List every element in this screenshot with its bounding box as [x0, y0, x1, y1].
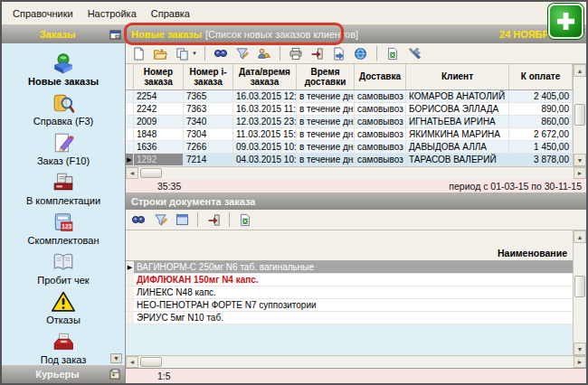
lines-section-title: Строки документа заказа — [131, 196, 255, 207]
excel-export-icon[interactable] — [384, 45, 401, 61]
order-row[interactable]: 2254 7365 16.03.2015 12:… в течение дня … — [126, 90, 573, 103]
sidebar-header: Заказы — [2, 25, 125, 43]
line-row-selected[interactable]: ▶ ВАГИНОРМ-С 250мг N6 таб. вагинальные — [126, 261, 573, 274]
line-row[interactable]: ДИФЛЮКАН 150мг N4 капс. — [126, 274, 573, 286]
main-panel: Новые заказы [Список новых заказов клиен… — [126, 25, 586, 383]
orders-horizontal-scrollbar[interactable]: ◄ ► — [126, 166, 586, 179]
sidebar-item-receipt[interactable]: Пробит чек — [37, 250, 89, 286]
scroll-down-icon[interactable]: ▼ — [574, 154, 586, 166]
new-orders-icon — [52, 52, 75, 75]
scroll-up-icon[interactable]: ▲ — [574, 64, 586, 77]
toolbar-separator — [376, 46, 377, 61]
row-indicator-header — [126, 64, 134, 89]
lines-grid: Наименование ▶ ВАГИНОРМ-С 250мг N6 таб. … — [126, 230, 586, 369]
copy-dropdown-caret-icon[interactable]: ▼ — [192, 51, 197, 56]
column-header-i-order-no[interactable]: Номер i-заказа — [184, 64, 233, 89]
scroll-thumb[interactable] — [140, 168, 162, 178]
sidebar-items: Новые заказы Справка (F3) — [2, 43, 125, 365]
sidebar-item-order-f10[interactable]: Заказ (F10) — [37, 131, 90, 166]
order-row[interactable]: 1636 7266 09.03.2015 10:… в течение дня … — [126, 141, 573, 154]
scroll-thumb[interactable] — [140, 357, 162, 367]
sidebar-item-rejections[interactable]: Отказы — [46, 290, 81, 325]
toolbar-separator — [280, 46, 280, 61]
sidebar-scroll-down-icon[interactable]: ▼ — [110, 353, 122, 363]
search-icon[interactable] — [130, 211, 147, 228]
new-document-icon[interactable] — [130, 45, 147, 61]
scroll-right-icon[interactable]: ► — [574, 356, 586, 368]
copy-icon[interactable] — [174, 45, 190, 61]
line-row[interactable]: ЛИНЕКС N48 капс. — [126, 286, 573, 299]
sidebar-item-in-assembly[interactable]: В комплектации — [26, 171, 100, 206]
lines-section-header: Строки документа заказа — [126, 193, 586, 210]
under-order-icon — [52, 330, 75, 353]
scroll-left-icon[interactable]: ◄ — [126, 167, 138, 179]
sidebar-item-label: В комплектации — [26, 195, 100, 206]
column-header-total[interactable]: К оплате — [509, 64, 573, 89]
order-row-selected[interactable]: ▶ 1292 7214 04.03.2015 10:… в течение дн… — [126, 154, 573, 166]
receipt-icon — [52, 250, 75, 274]
sidebar: Заказы Новые — [2, 25, 126, 383]
column-header-delivery-time[interactable]: Время доставки — [297, 64, 355, 89]
line-row[interactable]: ЭРИУС 5мг N10 таб. — [126, 312, 573, 324]
scroll-right-icon[interactable]: ► — [574, 167, 586, 179]
menu-bar: Справочники Настройка Справка — [2, 2, 586, 25]
report-icon[interactable] — [331, 45, 347, 61]
filter-icon[interactable] — [152, 211, 168, 228]
sidebar-footer-couriers[interactable]: Курьеры — [2, 365, 125, 383]
scroll-down-icon[interactable]: ▼ — [574, 343, 586, 355]
sidebar-item-under-order[interactable]: Под заказ — [41, 330, 87, 365]
panel-collapse-icon[interactable] — [109, 30, 121, 40]
order-row[interactable]: 2242 7363 16.03.2015 11:… в течение дня … — [126, 103, 573, 116]
sidebar-item-assembled[interactable]: 123 Скомплектован — [28, 211, 100, 246]
toolbar-separator — [204, 46, 205, 61]
scroll-up-icon[interactable]: ▲ — [574, 230, 586, 243]
line-row[interactable]: НЕО-ПЕНОТРАН ФОРТЕ N7 суппозитории — [126, 299, 573, 312]
scroll-thumb[interactable] — [574, 104, 585, 126]
sidebar-item-new-orders[interactable]: Новые заказы — [28, 52, 99, 87]
export-icon[interactable] — [309, 45, 326, 61]
lines-table-header: Наименование — [126, 230, 573, 261]
sidebar-item-label: Новые заказы — [28, 76, 99, 87]
open-icon[interactable] — [152, 45, 168, 61]
scroll-thumb[interactable] — [574, 276, 585, 297]
export-icon[interactable] — [205, 211, 222, 228]
filter-icon[interactable] — [234, 45, 251, 61]
orders-grid: Номер заказа Номер i-заказа Дата/время з… — [126, 64, 586, 179]
column-header-datetime[interactable]: Дата/время заказа — [233, 64, 297, 89]
view-subtitle: [Список новых заказов клиентов] — [205, 29, 358, 40]
orders-period-label: период с 01-03-15 по 30-11-15 — [449, 181, 582, 192]
order-row[interactable]: 2009 7340 12.03.2015 23:… в течение дня … — [126, 116, 573, 128]
lines-row-counter: 1:5 — [157, 371, 171, 381]
globe-icon[interactable] — [353, 45, 369, 61]
lines-horizontal-scrollbar[interactable]: ◄ ► — [126, 355, 586, 368]
couriers-icon — [109, 369, 121, 380]
selected-row-arrow-icon: ▶ — [128, 264, 132, 270]
column-header-order-no[interactable]: Номер заказа — [134, 64, 184, 89]
lines-empty-area — [126, 324, 573, 355]
app-window: Справочники Настройка Справка Заказы — [0, 0, 588, 385]
toolbar-separator — [197, 212, 198, 227]
search-icon[interactable] — [213, 45, 229, 61]
column-header-delivery[interactable]: Доставка — [355, 64, 406, 89]
window-view-icon[interactable] — [174, 211, 190, 228]
sidebar-item-help-f3[interactable]: Справка (F3) — [33, 91, 93, 127]
print-icon[interactable] — [288, 45, 304, 61]
menu-references[interactable]: Справочники — [5, 4, 81, 23]
order-row[interactable]: 1848 7304 11.03.2015 15:… в течение дня … — [126, 128, 573, 141]
scroll-left-icon[interactable]: ◄ — [126, 356, 138, 368]
sidebar-item-label: Заказ (F10) — [37, 155, 90, 166]
rejections-warning-icon — [51, 290, 76, 314]
selected-row-arrow-icon: ▶ — [127, 156, 131, 163]
excel-export-icon[interactable] — [237, 211, 253, 228]
column-header-client[interactable]: Клиент — [406, 64, 509, 89]
column-header-name[interactable]: Наименование — [498, 248, 567, 258]
orders-vertical-scrollbar[interactable]: ▲ ▼ — [573, 64, 586, 166]
help-search-icon — [52, 91, 75, 115]
user-key-icon[interactable] — [256, 45, 272, 61]
lines-vertical-scrollbar[interactable]: ▲ ▼ — [573, 230, 586, 355]
menu-settings[interactable]: Настройка — [81, 4, 144, 23]
main-header: Новые заказы [Список новых заказов клиен… — [126, 25, 586, 43]
menu-help[interactable]: Справка — [144, 4, 197, 23]
lines-status-bar: 1:5 — [126, 369, 586, 383]
settings-tools-icon[interactable] — [406, 45, 422, 61]
